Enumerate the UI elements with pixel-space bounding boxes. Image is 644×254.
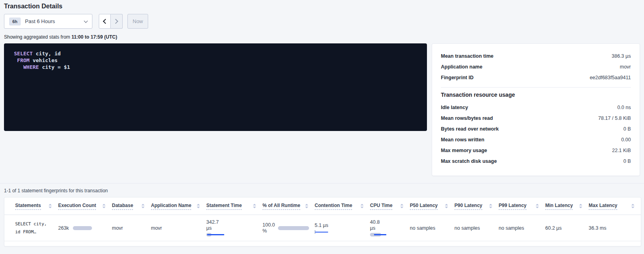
summary-label: Application name bbox=[441, 64, 482, 70]
summary-value: 78.17 / 5.8 KiB bbox=[598, 115, 631, 121]
min-latency-cell: 60.2 µs bbox=[545, 215, 589, 241]
execution-count-cell: 263k bbox=[58, 215, 112, 241]
p90-latency-cell: no samples bbox=[454, 215, 499, 241]
sort-icon[interactable] bbox=[400, 204, 403, 208]
header-label[interactable]: % of All Runtime bbox=[262, 203, 300, 210]
statement-time-cell: 342.7 µs bbox=[206, 215, 262, 241]
p99-latency-cell: no samples bbox=[499, 215, 545, 241]
transaction-summary-card: Mean transaction time 386.3 µs Applicati… bbox=[432, 43, 640, 176]
header-label[interactable]: Max Latency bbox=[589, 203, 617, 210]
sql-keyword: WHERE bbox=[23, 64, 39, 70]
contention-time-cell: 5.1 µs bbox=[315, 215, 370, 241]
sort-icon[interactable] bbox=[536, 204, 539, 208]
execution-count-bar bbox=[73, 226, 92, 230]
statement-text-line: id FROM… bbox=[15, 228, 47, 236]
summary-row: Idle latency 0.0 ns bbox=[441, 102, 631, 113]
header-label[interactable]: Database bbox=[112, 203, 133, 210]
max-latency-cell: 36.3 ms bbox=[589, 215, 641, 241]
summary-label: Mean rows written bbox=[441, 137, 484, 143]
cpu-time-cell: 40.8 µs bbox=[370, 215, 410, 241]
stats-note-range: 11:00 to 17:59 (UTC) bbox=[71, 34, 117, 40]
sort-icon[interactable] bbox=[631, 204, 634, 208]
chevron-left-icon bbox=[103, 19, 108, 24]
header-label[interactable]: Statements bbox=[15, 203, 41, 210]
sql-line: FROM vehicles bbox=[14, 57, 417, 64]
statements-table: Statements Execution Count Database Appl… bbox=[4, 197, 641, 246]
pct-runtime-bar bbox=[278, 226, 309, 230]
sort-icon[interactable] bbox=[489, 204, 492, 208]
sql-keyword: FROM bbox=[17, 57, 29, 63]
statement-cell: SELECT city, id FROM… bbox=[15, 215, 58, 241]
pct-runtime-unit: % bbox=[262, 228, 267, 234]
header-label[interactable]: P99 Latency bbox=[499, 203, 527, 210]
summary-label: Fingerprint ID bbox=[441, 75, 474, 80]
header-max-latency: Max Latency bbox=[589, 197, 641, 215]
sql-indent bbox=[14, 57, 17, 63]
header-min-latency: Min Latency bbox=[545, 197, 589, 215]
statement-row: SELECT city, id FROM… 263k movr movr 342… bbox=[4, 215, 641, 241]
execution-count-value: 263k bbox=[58, 225, 69, 231]
sort-icon[interactable] bbox=[445, 204, 448, 208]
summary-value: 0 B bbox=[623, 126, 631, 132]
aggregated-stats-note: Showing aggregated stats from 11:00 to 1… bbox=[4, 34, 640, 40]
header-label[interactable]: Min Latency bbox=[545, 203, 573, 210]
prev-time-button[interactable] bbox=[99, 14, 111, 29]
header-label[interactable]: Statement Time bbox=[206, 203, 242, 210]
contention-time-value: 5.1 µs bbox=[315, 223, 328, 229]
sql-keyword: SELECT bbox=[14, 51, 33, 57]
sort-icon[interactable] bbox=[305, 204, 308, 208]
summary-label: Bytes read over network bbox=[441, 126, 499, 132]
header-label[interactable]: P90 Latency bbox=[454, 203, 482, 210]
sort-icon[interactable] bbox=[141, 204, 145, 208]
sort-icon[interactable] bbox=[197, 204, 200, 208]
sort-icon[interactable] bbox=[579, 204, 582, 208]
time-range-dropdown[interactable]: 6h Past 6 Hours bbox=[4, 14, 92, 29]
header-execution-count: Execution Count bbox=[58, 197, 112, 215]
sort-icon[interactable] bbox=[360, 204, 364, 208]
summary-row: Mean rows written 0.00 bbox=[441, 134, 631, 145]
sort-icon[interactable] bbox=[253, 204, 256, 208]
summary-row: Application name movr bbox=[441, 61, 631, 72]
header-label[interactable]: Execution Count bbox=[58, 203, 96, 210]
time-controls: 6h Past 6 Hours Now bbox=[4, 14, 640, 29]
summary-row: Mean rows/bytes read 78.17 / 5.8 KiB bbox=[441, 113, 631, 123]
database-cell: movr bbox=[112, 215, 151, 241]
header-statement-time: Statement Time bbox=[206, 197, 262, 215]
summary-value: 386.3 µs bbox=[612, 53, 631, 59]
summary-divider bbox=[441, 87, 631, 88]
sql-line: SELECT city, id bbox=[14, 50, 417, 57]
header-p50-latency: P50 Latency bbox=[410, 197, 454, 215]
sql-text: vehicles bbox=[29, 57, 57, 63]
statement-time-bar bbox=[206, 233, 226, 237]
sort-icon[interactable] bbox=[49, 204, 52, 208]
time-range-badge: 6h bbox=[9, 18, 21, 25]
sql-indent bbox=[14, 64, 23, 70]
cpu-time-unit: µs bbox=[370, 225, 375, 231]
header-label[interactable]: P50 Latency bbox=[410, 203, 438, 210]
header-pct-all-runtime: % of All Runtime bbox=[262, 197, 315, 215]
contention-time-bar bbox=[315, 230, 329, 234]
statement-text-line: SELECT city, bbox=[15, 220, 47, 228]
header-label[interactable]: Contention Time bbox=[315, 203, 352, 210]
now-button[interactable]: Now bbox=[127, 14, 148, 29]
stats-note-prefix: Showing aggregated stats from bbox=[4, 34, 71, 40]
summary-value: 22.1 KiB bbox=[612, 148, 631, 153]
summary-label: Mean rows/bytes read bbox=[441, 115, 493, 121]
chevron-right-icon bbox=[114, 19, 119, 24]
header-label[interactable]: CPU Time bbox=[370, 203, 392, 210]
statement-time-value: 342.7 bbox=[206, 219, 219, 225]
sql-text: city = $1 bbox=[39, 64, 70, 70]
header-label[interactable]: Application Name bbox=[151, 203, 191, 210]
summary-label: Max scratch disk usage bbox=[441, 158, 497, 164]
statement-link[interactable]: SELECT city, id FROM… bbox=[15, 220, 47, 236]
summary-label: Max memory usage bbox=[441, 148, 487, 153]
pct-runtime-cell: 100.0 % bbox=[262, 215, 315, 241]
sort-icon[interactable] bbox=[102, 204, 106, 208]
statements-table-header: Statements Execution Count Database Appl… bbox=[4, 197, 641, 215]
time-nav-group bbox=[99, 14, 123, 29]
header-statements: Statements bbox=[15, 197, 58, 215]
cpu-time-bar bbox=[370, 233, 390, 237]
summary-label: Mean transaction time bbox=[441, 53, 493, 59]
next-time-button[interactable] bbox=[111, 14, 123, 29]
statement-time-unit: µs bbox=[206, 225, 211, 231]
